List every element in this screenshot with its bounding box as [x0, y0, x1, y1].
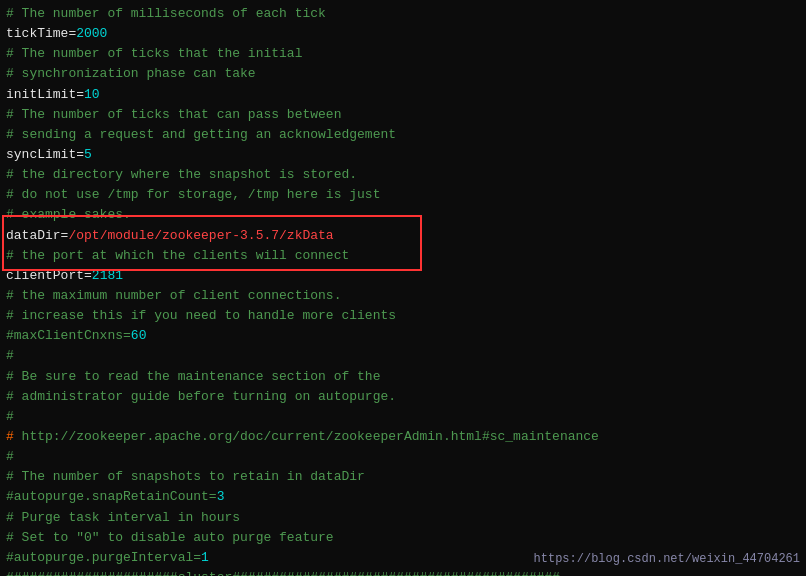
line-13: # the port at which the clients will con…: [6, 246, 800, 266]
line-19: # Be sure to read the maintenance sectio…: [6, 367, 800, 387]
val-snapretain: 3: [217, 489, 225, 504]
line-24: # The number of snapshots to retain in d…: [6, 467, 800, 487]
val-clientport: 2181: [92, 268, 123, 283]
key-clientport: clientPort=: [6, 268, 92, 283]
line-3: # The number of ticks that the initial: [6, 44, 800, 64]
line-8: syncLimit=5: [6, 145, 800, 165]
line-15: # the maximum number of client connectio…: [6, 286, 800, 306]
key-synclimit: syncLimit=: [6, 147, 84, 162]
line-21: #: [6, 407, 800, 427]
val-purgeinterval: 1: [201, 550, 209, 565]
line-12: dataDir=/opt/module/zookeeper-3.5.7/zkDa…: [6, 226, 800, 246]
line-20: # administrator guide before turning on …: [6, 387, 800, 407]
val-datadir: /opt/module/zookeeper-3.5.7/zkData: [68, 228, 333, 243]
watermark: https://blog.csdn.net/weixin_44704261: [534, 552, 800, 566]
key-initlimit: initLimit=: [6, 87, 84, 102]
line-5: initLimit=10: [6, 85, 800, 105]
line-25: #autopurge.snapRetainCount=3: [6, 487, 800, 507]
line-11: # example sakes.: [6, 205, 800, 225]
line-9: # the directory where the snapshot is st…: [6, 165, 800, 185]
val-synclimit: 5: [84, 147, 92, 162]
key-snapretain: #autopurge.snapRetainCount=: [6, 489, 217, 504]
line-2: tickTime=2000: [6, 24, 800, 44]
line-29: ######################cluster###########…: [6, 568, 800, 576]
key-datadir: dataDir=: [6, 228, 68, 243]
key-ticktime: tickTime=: [6, 26, 76, 41]
line-6: # The number of ticks that can pass betw…: [6, 105, 800, 125]
line-7: # sending a request and getting an ackno…: [6, 125, 800, 145]
key-purgeinterval: #autopurge.purgeInterval=: [6, 550, 201, 565]
terminal-window: # The number of milliseconds of each tic…: [0, 0, 806, 576]
line-27: # Set to "0" to disable auto purge featu…: [6, 528, 800, 548]
val-ticktime: 2000: [76, 26, 107, 41]
line-4: # synchronization phase can take: [6, 64, 800, 84]
line-1: # The number of milliseconds of each tic…: [6, 4, 800, 24]
val-initlimit: 10: [84, 87, 100, 102]
val-maxclient: 60: [131, 328, 147, 343]
line-14: clientPort=2181: [6, 266, 800, 286]
line-10: # do not use /tmp for storage, /tmp here…: [6, 185, 800, 205]
hash-marker: #: [6, 429, 14, 444]
line-17: #maxClientCnxns=60: [6, 326, 800, 346]
line-26: # Purge task interval in hours: [6, 508, 800, 528]
line-16: # increase this if you need to handle mo…: [6, 306, 800, 326]
key-maxclient: #maxClientCnxns=: [6, 328, 131, 343]
line-23: #: [6, 447, 800, 467]
url-text: http://zookeeper.apache.org/doc/current/…: [14, 429, 599, 444]
line-18: #: [6, 346, 800, 366]
line-22: # http://zookeeper.apache.org/doc/curren…: [6, 427, 800, 447]
